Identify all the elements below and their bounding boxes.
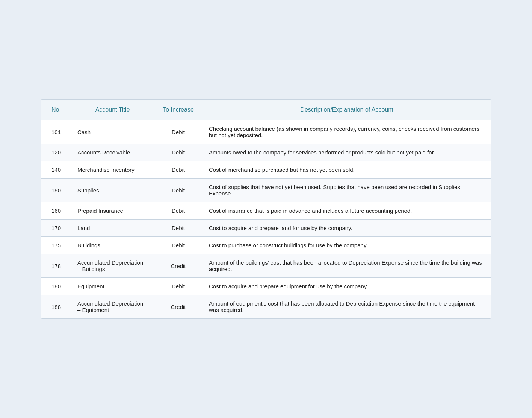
cell-no: 140 bbox=[41, 161, 71, 179]
accounting-table: No. Account Title To Increase Descriptio… bbox=[41, 99, 491, 319]
cell-description: Amount of the buildings' cost that has b… bbox=[203, 254, 491, 278]
cell-no: 150 bbox=[41, 179, 71, 202]
cell-to-increase: Debit bbox=[154, 144, 203, 161]
table-row: 150SuppliesDebitCost of supplies that ha… bbox=[41, 179, 491, 202]
cell-account-title: Accumulated Depreciation – Equipment bbox=[71, 295, 154, 319]
table-header-row: No. Account Title To Increase Descriptio… bbox=[41, 100, 491, 120]
cell-description: Cost to acquire and prepare equipment fo… bbox=[203, 278, 491, 295]
cell-to-increase: Credit bbox=[154, 254, 203, 278]
cell-to-increase: Credit bbox=[154, 295, 203, 319]
cell-no: 188 bbox=[41, 295, 71, 319]
table-row: 140Merchandise InventoryDebitCost of mer… bbox=[41, 161, 491, 179]
cell-account-title: Accumulated Depreciation – Buildings bbox=[71, 254, 154, 278]
cell-description: Cost of merchandise purchased but has no… bbox=[203, 161, 491, 179]
cell-account-title: Merchandise Inventory bbox=[71, 161, 154, 179]
cell-description: Cost to acquire and prepare land for use… bbox=[203, 220, 491, 237]
cell-description: Amount of equipment's cost that has been… bbox=[203, 295, 491, 319]
cell-account-title: Cash bbox=[71, 120, 154, 144]
table-row: 175BuildingsDebitCost to purchase or con… bbox=[41, 237, 491, 254]
cell-no: 170 bbox=[41, 220, 71, 237]
header-to-increase: To Increase bbox=[154, 100, 203, 120]
table-row: 178Accumulated Depreciation – BuildingsC… bbox=[41, 254, 491, 278]
table-row: 188Accumulated Depreciation – EquipmentC… bbox=[41, 295, 491, 319]
table-row: 160Prepaid InsuranceDebitCost of insuran… bbox=[41, 202, 491, 220]
cell-no: 101 bbox=[41, 120, 71, 144]
cell-no: 178 bbox=[41, 254, 71, 278]
cell-description: Amounts owed to the company for services… bbox=[203, 144, 491, 161]
cell-to-increase: Debit bbox=[154, 120, 203, 144]
cell-description: Cost of insurance that is paid in advanc… bbox=[203, 202, 491, 220]
table-row: 180EquipmentDebitCost to acquire and pre… bbox=[41, 278, 491, 295]
cell-no: 180 bbox=[41, 278, 71, 295]
cell-account-title: Accounts Receivable bbox=[71, 144, 154, 161]
table-row: 120Accounts ReceivableDebitAmounts owed … bbox=[41, 144, 491, 161]
cell-account-title: Equipment bbox=[71, 278, 154, 295]
header-description: Description/Explanation of Account bbox=[203, 100, 491, 120]
cell-no: 175 bbox=[41, 237, 71, 254]
cell-description: Cost of supplies that have not yet been … bbox=[203, 179, 491, 202]
cell-account-title: Land bbox=[71, 220, 154, 237]
cell-to-increase: Debit bbox=[154, 237, 203, 254]
header-account-title: Account Title bbox=[71, 100, 154, 120]
cell-to-increase: Debit bbox=[154, 278, 203, 295]
cell-description: Checking account balance (as shown in co… bbox=[203, 120, 491, 144]
cell-to-increase: Debit bbox=[154, 179, 203, 202]
cell-account-title: Prepaid Insurance bbox=[71, 202, 154, 220]
cell-account-title: Buildings bbox=[71, 237, 154, 254]
cell-to-increase: Debit bbox=[154, 202, 203, 220]
cell-account-title: Supplies bbox=[71, 179, 154, 202]
cell-description: Cost to purchase or construct buildings … bbox=[203, 237, 491, 254]
table-row: 170LandDebitCost to acquire and prepare … bbox=[41, 220, 491, 237]
cell-no: 120 bbox=[41, 144, 71, 161]
table-row: 101CashDebitChecking account balance (as… bbox=[41, 120, 491, 144]
header-no: No. bbox=[41, 100, 71, 120]
cell-to-increase: Debit bbox=[154, 161, 203, 179]
cell-to-increase: Debit bbox=[154, 220, 203, 237]
cell-no: 160 bbox=[41, 202, 71, 220]
